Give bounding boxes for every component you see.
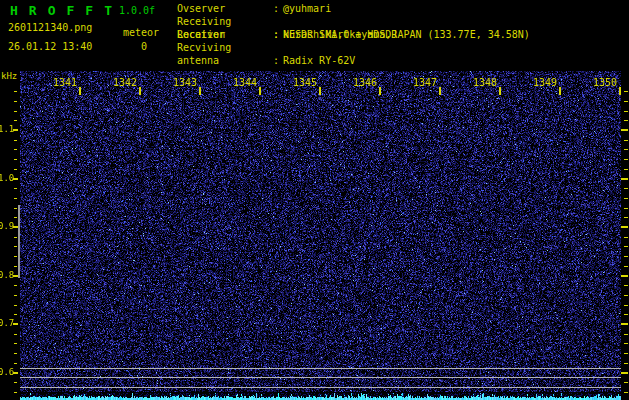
y-axis-tick-minor	[14, 198, 17, 199]
marker-line	[20, 387, 621, 388]
y-axis-tick-minor	[624, 149, 628, 150]
x-axis-tick	[79, 87, 81, 95]
x-axis-label: 1349	[527, 77, 557, 88]
y-axis-label: 1.0	[0, 173, 13, 183]
khz-unit-label: kHz	[1, 71, 17, 81]
x-axis-label: 1344	[227, 77, 257, 88]
info-label: Receiver	[177, 28, 273, 41]
y-axis-tick-minor	[624, 246, 628, 247]
y-axis-tick-minor	[14, 343, 17, 344]
x-axis-tick	[259, 87, 261, 95]
x-axis-label: 1345	[287, 77, 317, 88]
y-axis-tick-minor	[14, 353, 17, 354]
x-axis-tick	[379, 87, 381, 95]
x-axis-label: 1342	[107, 77, 137, 88]
x-axis-tick	[199, 87, 201, 95]
y-axis-tick-minor	[14, 295, 17, 296]
x-axis-label: 1341	[47, 77, 77, 88]
x-axis-tick	[439, 87, 441, 95]
y-axis-tick-minor	[624, 159, 628, 160]
marker-line	[20, 377, 621, 378]
y-axis-tick-minor	[624, 198, 628, 199]
y-axis-tick-minor	[624, 256, 628, 257]
y-axis-tick-minor	[14, 392, 17, 393]
y-axis-tick-minor	[624, 120, 628, 121]
x-axis-tick	[499, 87, 501, 95]
y-axis-tick-minor	[624, 334, 628, 335]
y-axis-tick-major	[621, 226, 628, 228]
y-axis-tick-minor	[624, 208, 628, 209]
x-axis-label: 1347	[407, 77, 437, 88]
info-row: Ovserver:@yuhmari	[177, 2, 530, 15]
y-axis-tick-minor	[14, 111, 17, 112]
y-axis-tick-minor	[14, 285, 17, 286]
marker-line	[20, 368, 621, 369]
y-axis-tick-minor	[14, 334, 17, 335]
y-axis-label: 1.1	[0, 124, 13, 134]
y-axis-tick-minor	[14, 91, 17, 92]
y-axis-tick-minor	[14, 140, 17, 141]
x-axis-label: 1346	[347, 77, 377, 88]
y-axis-tick-minor	[624, 295, 628, 296]
x-axis-label: 1343	[167, 77, 197, 88]
signal-strip-canvas	[20, 393, 621, 400]
y-axis-tick-minor	[14, 305, 17, 306]
info-separator: :	[273, 2, 283, 15]
y-axis-tick-minor	[624, 353, 628, 354]
y-axis-tick-minor	[14, 208, 17, 209]
y-axis-tick-minor	[14, 237, 17, 238]
filename: 2601121340.png	[8, 22, 92, 33]
x-axis-label: 1350	[587, 77, 617, 88]
app-title: HROFFT	[10, 3, 123, 18]
y-axis-tick-minor	[14, 314, 17, 315]
y-axis-tick-minor	[624, 305, 628, 306]
y-axis-label: 0.9	[0, 221, 13, 231]
y-axis-tick-minor	[14, 188, 17, 189]
y-axis-tick-minor	[624, 101, 628, 102]
info-value: NESDR SMArt + HDSDR	[283, 29, 397, 40]
y-axis-tick-major	[621, 372, 628, 374]
y-axis-tick-minor	[624, 392, 628, 393]
y-axis-tick-minor	[14, 256, 17, 257]
y-axis-tick-minor	[14, 246, 17, 247]
y-axis-tick-minor	[624, 111, 628, 112]
spectrogram-canvas	[20, 71, 621, 392]
y-axis-tick-minor	[14, 159, 17, 160]
y-axis-tick-minor	[624, 140, 628, 141]
info-label: Ovserver	[177, 2, 273, 15]
observer-info-block: Ovserver:@yuhmariReceiving Location:kura…	[177, 2, 530, 54]
x-axis-tick	[139, 87, 141, 95]
marker-bar	[18, 205, 20, 278]
info-row: Receiving Location:kurashiki,Okayama,JAP…	[177, 15, 530, 28]
y-axis-tick-minor	[624, 266, 628, 267]
y-axis-label: 0.7	[0, 318, 13, 328]
y-axis-tick-minor	[624, 188, 628, 189]
y-axis-tick-major	[621, 129, 628, 131]
y-axis-tick-minor	[14, 169, 17, 170]
y-axis-tick-minor	[624, 363, 628, 364]
meteor-count: 0	[141, 41, 147, 52]
y-axis-tick-minor	[14, 149, 17, 150]
y-axis-tick-minor	[624, 237, 628, 238]
info-label: Recviving antenna	[177, 41, 273, 67]
y-axis-tick-minor	[624, 382, 628, 383]
y-axis-tick-minor	[14, 382, 17, 383]
info-value: Radix RY-62V	[283, 55, 355, 66]
y-axis-label: 0.8	[0, 270, 13, 280]
info-separator: :	[273, 28, 283, 41]
x-axis-tick	[319, 87, 321, 95]
x-axis-tick	[619, 87, 621, 95]
y-axis-tick-major	[621, 275, 628, 277]
y-axis-tick-minor	[624, 91, 628, 92]
y-axis-tick-minor	[624, 169, 628, 170]
hrofft-screen: HROFFT 1.0.0f 2601121340.png meteor 26.0…	[0, 0, 629, 400]
y-axis-tick-minor	[14, 266, 17, 267]
y-axis-label: 0.6	[0, 367, 13, 377]
y-axis-tick-minor	[624, 314, 628, 315]
y-axis-tick-minor	[624, 343, 628, 344]
x-axis-label: 1348	[467, 77, 497, 88]
y-axis-tick-minor	[14, 363, 17, 364]
y-axis-tick-minor	[14, 101, 17, 102]
info-row: Recviving antenna:Radix RY-62V	[177, 41, 530, 54]
app-version: 1.0.0f	[119, 5, 155, 16]
